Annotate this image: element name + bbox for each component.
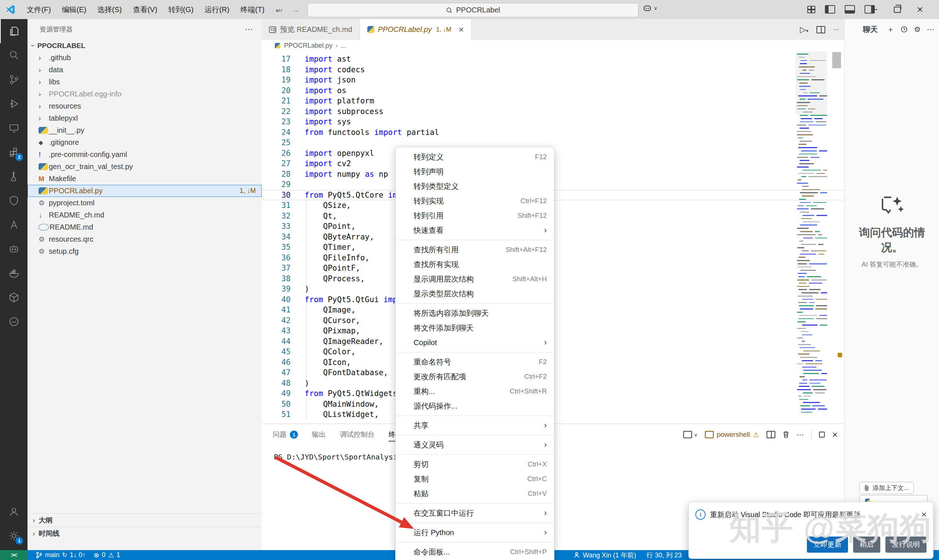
package-cube-icon[interactable] (0, 285, 28, 309)
menu-item[interactable]: 查看(V) (127, 0, 163, 19)
timeline-section[interactable]: ›时间线 (28, 527, 262, 540)
outline-section[interactable]: ›大纲 (28, 514, 262, 527)
tree-item[interactable]: ›.github (28, 52, 262, 64)
code-line[interactable]: 20import os (262, 85, 844, 96)
context-menu-item[interactable]: 剪切Ctrl+X (396, 457, 554, 472)
context-menu-item[interactable]: 共享› (396, 418, 554, 433)
menu-item[interactable]: 编辑(E) (57, 0, 92, 19)
settings-gear-icon[interactable]: 1 (0, 524, 28, 548)
panel-more-actions-icon[interactable]: ⋯ (797, 430, 804, 439)
code-line[interactable]: 19import json (262, 75, 844, 85)
close-panel-icon[interactable]: × (832, 429, 838, 440)
tab-ppocrlabel-py[interactable]: PPOCRLabel.py 1, ↓M × (360, 19, 472, 40)
editor-more-actions-icon[interactable]: ⋯ (833, 26, 839, 33)
context-menu-item[interactable]: 快速查看› (396, 223, 554, 238)
tree-item[interactable]: Makefile (28, 173, 262, 185)
close-tab-icon[interactable]: × (459, 25, 464, 35)
panel-tab[interactable]: 输出 (312, 424, 326, 445)
tree-item[interactable]: .gitignore (28, 137, 262, 149)
code-line[interactable]: 18import codecs (262, 65, 844, 75)
tree-item[interactable]: __init__.py (28, 124, 262, 137)
code-line[interactable]: 21import platform (262, 96, 844, 106)
tree-item[interactable]: README_ch.md (28, 209, 262, 221)
editor-scrollbar[interactable] (830, 51, 843, 422)
problems-status-item[interactable]: ⊗0 ⚠1 (94, 551, 120, 559)
context-menu-item[interactable]: 重构...Ctrl+Shift+R (396, 384, 554, 398)
nav-forward-icon[interactable]: → (291, 5, 300, 15)
split-terminal-icon[interactable] (766, 431, 776, 438)
account-icon[interactable] (0, 500, 28, 524)
tab-readme-preview[interactable]: 预览 README_ch.md (262, 19, 360, 40)
menu-item[interactable]: 选择(S) (92, 0, 127, 19)
menu-item[interactable]: 文件(F) (21, 0, 57, 19)
tree-item[interactable]: ›tablepyxl (28, 112, 262, 124)
context-menu-item[interactable]: 命令面板...Ctrl+Shift+P (396, 545, 554, 559)
chat-more-actions-icon[interactable]: ⋯ (927, 25, 934, 34)
new-chat-icon[interactable]: ＋ (887, 25, 894, 34)
context-menu-item[interactable]: 查找所有实现 (396, 257, 554, 272)
close-window-button[interactable]: × (917, 4, 923, 15)
explorer-view-icon[interactable] (0, 19, 28, 43)
maximize-panel-icon[interactable] (819, 432, 825, 437)
tree-item[interactable]: ›resources (28, 100, 262, 112)
docker-extension-icon[interactable] (0, 261, 28, 285)
git-branch-item[interactable]: main ↻ 1↓ 0↑ (35, 551, 85, 559)
code-line[interactable]: 22import subprocess (262, 106, 844, 117)
context-menu-item[interactable]: 转到引用Shift+F12 (396, 208, 554, 223)
toast-button[interactable]: 立即更新 (807, 537, 848, 553)
tree-item[interactable]: README.md (28, 221, 262, 233)
context-menu-item[interactable]: 显示调用层次结构Shift+Alt+H (396, 272, 554, 286)
context-menu-item[interactable]: 运行 Python› (396, 525, 554, 540)
code-line[interactable]: 23import sys (262, 117, 844, 127)
terminal-instance-powershell[interactable]: powershell ⚠ (705, 431, 759, 439)
context-menu-item[interactable]: 转到类型定义 (396, 179, 554, 194)
add-context-chip[interactable]: 添加上下文... (859, 482, 914, 494)
context-menu-item[interactable]: 粘贴Ctrl+V (396, 486, 554, 501)
panel-tab[interactable]: 问题1 (273, 424, 298, 445)
blame-author-item[interactable]: Wang Xin (1 年前) (573, 551, 636, 560)
context-menu-item[interactable]: 转到声明 (396, 164, 554, 179)
ai-robot-extension-icon[interactable] (0, 237, 28, 261)
context-menu-item[interactable]: 更改所有匹配项Ctrl+F2 (396, 369, 554, 384)
split-editor-icon[interactable] (816, 26, 825, 33)
minimize-button[interactable]: − (873, 5, 878, 15)
scrollbar-thumb[interactable] (832, 52, 841, 68)
tree-item[interactable]: resources.qrc (28, 233, 262, 245)
menu-item[interactable]: 终端(T) (235, 0, 270, 19)
remote-explorer-icon[interactable] (0, 116, 28, 140)
context-menu-item[interactable]: 转到定义F12 (396, 150, 554, 164)
tree-item[interactable]: ›PPOCRLabel.egg-info (28, 88, 262, 100)
context-menu-item[interactable]: 通义灵码› (396, 437, 554, 452)
run-python-file-button[interactable]: ▷▾ (800, 25, 808, 34)
toggle-sidebar-icon[interactable] (825, 5, 835, 14)
code-line[interactable]: 25 (262, 137, 844, 148)
context-menu-item[interactable]: 转到实现Ctrl+F12 (396, 194, 554, 208)
restore-button[interactable] (894, 6, 901, 13)
context-menu-item[interactable]: 重命名符号F2 (396, 355, 554, 369)
context-menu-item[interactable]: Copilot› (396, 335, 554, 350)
paddle-extension-icon[interactable] (0, 309, 28, 334)
cursor-position-item[interactable]: 行 30, 列 23 (646, 551, 682, 560)
shield-extension-icon[interactable] (0, 189, 28, 213)
toast-button[interactable]: 稍后 (853, 537, 880, 553)
customize-layout-button[interactable] (807, 6, 815, 13)
minimap[interactable] (796, 51, 827, 422)
context-menu-item[interactable]: 源代码操作... (396, 398, 554, 413)
tree-item[interactable]: ›libs (28, 76, 262, 88)
command-center-search[interactable]: PPOCRLabel (307, 3, 638, 17)
copilot-menu-button[interactable]: ∨ (643, 4, 658, 12)
tree-item[interactable]: PPOCRLabel.py1, ↓M (28, 185, 262, 197)
tree-item[interactable]: .pre-commit-config.yaml (28, 149, 262, 161)
chat-history-icon[interactable] (900, 26, 908, 33)
remote-indicator[interactable]: >< (0, 550, 28, 560)
testing-view-icon[interactable] (0, 164, 28, 189)
breadcrumb-symbol[interactable]: ... (341, 42, 346, 49)
close-notification-icon[interactable]: × (921, 509, 927, 520)
panel-tab[interactable]: 调试控制台 (340, 424, 375, 445)
tree-item[interactable]: pyproject.toml (28, 197, 262, 209)
menu-item[interactable]: 运行(R) (199, 0, 235, 19)
toast-button[interactable]: 发行说明 (885, 537, 927, 553)
context-menu-item[interactable]: 显示类型层次结构 (396, 286, 554, 301)
terminal-prompt[interactable]: PS D:\JYD\Sport\SportAnalysisPr (274, 452, 411, 462)
context-menu-item[interactable]: 将所选内容添加到聊天 (396, 306, 554, 320)
